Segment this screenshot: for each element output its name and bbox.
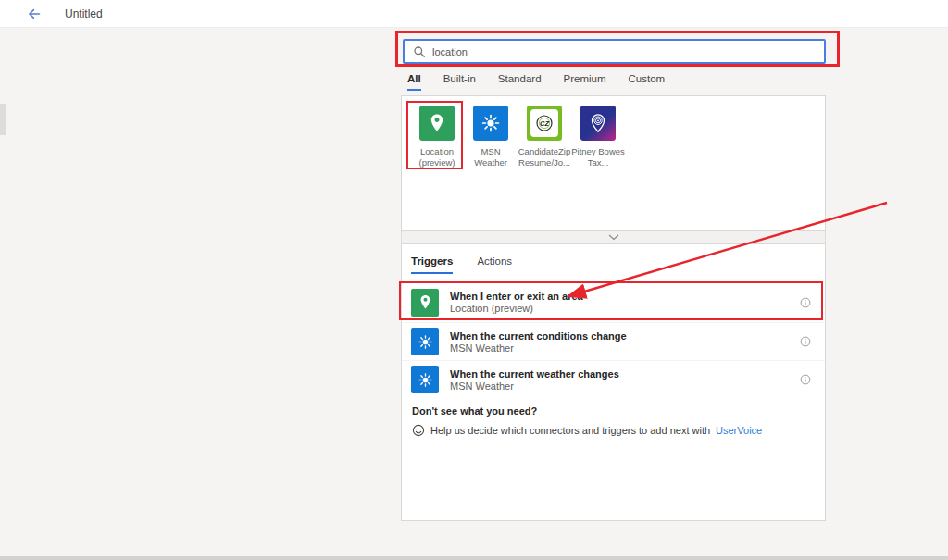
tab-custom[interactable]: Custom <box>629 73 666 91</box>
chevron-down-icon <box>608 234 619 241</box>
uservoice-link[interactable]: UserVoice <box>716 425 762 436</box>
trigger-title: When the current conditions change <box>450 330 627 342</box>
trigger-row-enter-exit-area[interactable]: When I enter or exit an area Location (p… <box>402 283 825 321</box>
connector-label: Location (preview) <box>410 146 464 169</box>
connector-label: Pitney Bowes Tax... <box>571 146 625 169</box>
tab-triggers[interactable]: Triggers <box>411 255 453 274</box>
trigger-connector: Location (preview) <box>450 303 583 314</box>
info-icon <box>799 296 812 309</box>
tab-premium[interactable]: Premium <box>564 73 606 91</box>
triggers-actions-panel: Triggers Actions When I enter or exit an… <box>401 243 826 521</box>
top-bar: Untitled <box>0 0 948 28</box>
expand-connectors-bar[interactable] <box>401 231 826 243</box>
flow-connector-picker-page: Untitled All Built-in Standard Premium C… <box>0 0 948 560</box>
connector-label: CandidateZip Resume/Jo... <box>518 146 571 169</box>
sun-icon <box>411 328 439 355</box>
connector-tiles: Location (preview) MSN Weather <box>410 106 625 169</box>
left-panel-stub <box>0 104 6 135</box>
location-pin-icon <box>411 289 439 317</box>
window-bottom-edge <box>0 556 948 560</box>
connector-label: MSN Weather <box>464 146 518 169</box>
footer-help-line: Help us decide which connectors and trig… <box>412 424 762 437</box>
info-button[interactable] <box>799 373 812 386</box>
info-icon <box>799 335 812 348</box>
info-button[interactable] <box>799 296 812 309</box>
connector-pitney-bowes[interactable]: Pitney Bowes Tax... <box>571 106 625 169</box>
footer-help-text: Help us decide which connectors and trig… <box>430 425 710 436</box>
info-icon <box>799 373 812 386</box>
pitney-pin-target-icon <box>580 106 616 141</box>
candidatezip-logo-icon: CZ <box>527 106 562 141</box>
category-tabs: All Built-in Standard Premium Custom <box>407 73 665 91</box>
trigger-row-weather-changes[interactable]: When the current weather changes MSN Wea… <box>402 360 825 398</box>
trigger-title: When the current weather changes <box>450 368 619 380</box>
back-arrow-icon <box>27 6 42 21</box>
tab-built-in[interactable]: Built-in <box>443 73 476 91</box>
sun-icon <box>411 366 439 393</box>
footer-heading: Don't see what you need? <box>412 405 537 417</box>
trigger-title: When I enter or exit an area <box>450 291 583 302</box>
back-button[interactable] <box>26 6 43 22</box>
search-icon <box>413 45 426 58</box>
trigger-connector: MSN Weather <box>450 380 619 392</box>
tab-standard[interactable]: Standard <box>498 73 542 91</box>
smiley-icon <box>412 424 425 437</box>
svg-text:CZ: CZ <box>540 119 549 128</box>
info-button[interactable] <box>799 335 812 348</box>
list-tabs: Triggers Actions <box>411 255 512 274</box>
trigger-connector: MSN Weather <box>450 342 627 354</box>
connector-msn-weather[interactable]: MSN Weather <box>464 106 518 169</box>
connector-search-box <box>403 39 826 64</box>
flow-title: Untitled <box>65 7 103 20</box>
location-pin-icon <box>419 106 455 141</box>
search-input[interactable] <box>432 46 824 57</box>
connector-candidatezip[interactable]: CZ CandidateZip Resume/Jo... <box>518 106 571 169</box>
sun-icon <box>473 106 508 141</box>
connectors-results-panel: Location (preview) MSN Weather <box>401 95 826 231</box>
tab-all[interactable]: All <box>407 73 421 91</box>
tab-actions[interactable]: Actions <box>477 255 512 274</box>
connector-location[interactable]: Location (preview) <box>410 106 464 169</box>
trigger-row-conditions-change[interactable]: When the current conditions change MSN W… <box>402 322 825 360</box>
